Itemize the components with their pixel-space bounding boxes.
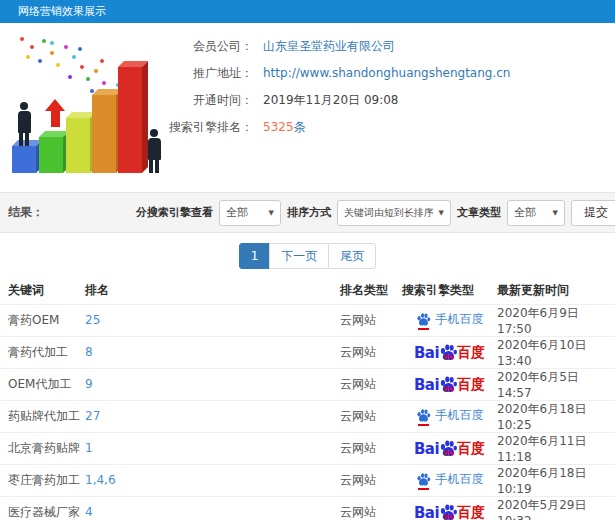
growth-arrow-icon xyxy=(44,99,66,127)
cell-engine: 手机百度 xyxy=(402,464,497,496)
bar-red xyxy=(118,67,142,173)
header-rank-type: 排名类型 xyxy=(340,278,402,304)
article-type-select[interactable]: 全部 ▼ xyxy=(507,200,565,226)
sort-filter-select[interactable]: 关键词由短到长排序 ▼ xyxy=(337,200,451,226)
cell-rank-type: 云网站 xyxy=(340,400,402,432)
cell-engine: 手机百度 xyxy=(402,400,497,432)
cell-keyword: 膏药OEM xyxy=(0,304,85,336)
mobile-baidu-label: 手机百度 xyxy=(436,407,484,424)
table-row: OEM代加工 9 云网站 Bai du 百度 2020年6月5日 14:57 xyxy=(0,368,615,400)
baidu-paw-icon xyxy=(416,408,431,423)
cell-engine: Bai du 百度 xyxy=(402,336,497,368)
cell-time: 2020年6月18日 10:25 xyxy=(497,400,615,432)
open-time-row: 开通时间： 2019年11月20日 09:08 xyxy=(155,90,510,110)
cell-engine: Bai du 百度 xyxy=(402,368,497,400)
company-label: 会员公司： xyxy=(155,38,253,55)
rank-link[interactable]: 9 xyxy=(85,377,93,391)
bar-orange xyxy=(92,95,116,173)
baidu-du: du xyxy=(444,449,454,457)
cell-keyword: 枣庄膏药加工 xyxy=(0,464,85,496)
baidu-name: 百度 xyxy=(457,344,485,362)
baidu-paw-icon: du xyxy=(439,503,458,520)
cell-time: 2020年5月29日 10:32 xyxy=(497,496,615,520)
cell-engine: Bai du 百度 xyxy=(402,432,497,464)
engine-baidu: Bai du 百度 xyxy=(414,343,485,362)
engine-filter-label: 分搜索引擎查看 xyxy=(136,205,213,220)
baidu-name: 百度 xyxy=(457,440,485,458)
baidu-name: 百度 xyxy=(457,504,485,520)
cell-time: 2020年6月5日 14:57 xyxy=(497,368,615,400)
table-row: 膏药代加工 8 云网站 Bai du 百度 2020年6月10日 13:40 xyxy=(0,336,615,368)
cell-time: 2020年6月11日 11:18 xyxy=(497,432,615,464)
header-bar: 网络营销效果展示 xyxy=(0,0,615,23)
page-title: 网络营销效果展示 xyxy=(18,5,106,18)
open-time-label: 开通时间： xyxy=(155,92,253,109)
rank-link[interactable]: 27 xyxy=(85,409,100,423)
next-page-button[interactable]: 下一页 xyxy=(269,243,329,269)
rank-link[interactable]: 1 xyxy=(85,441,93,455)
table-row: 枣庄膏药加工 1,4,6 云网站 手机百度 2020年6月18日 10:19 xyxy=(0,464,615,496)
baidu-name: 百度 xyxy=(457,376,485,394)
cell-time: 2020年6月9日 17:50 xyxy=(497,304,615,336)
baidu-bai: Bai xyxy=(414,344,439,362)
cell-keyword: 医疗器械厂家 xyxy=(0,496,85,520)
baidu-paw-icon: du xyxy=(439,343,458,362)
baidu-du-underline xyxy=(418,328,429,330)
submit-button[interactable]: 提交 xyxy=(571,200,615,226)
cell-keyword: 药贴牌代加工 xyxy=(0,400,85,432)
cell-keyword: 北京膏药贴牌 xyxy=(0,432,85,464)
baidu-bai: Bai xyxy=(414,504,439,520)
header-rank: 排名 xyxy=(85,278,340,304)
table-row: 医疗器械厂家 4 云网站 Bai du 百度 2020年5月29日 10:32 xyxy=(0,496,615,520)
bar-yellow xyxy=(66,118,90,173)
rank-link[interactable]: 25 xyxy=(85,313,100,327)
cell-rank-type: 云网站 xyxy=(340,432,402,464)
chevron-down-icon: ▼ xyxy=(269,209,274,217)
businessman-figure-left xyxy=(16,102,32,146)
chevron-down-icon: ▼ xyxy=(439,209,444,217)
cell-engine: Bai du 百度 xyxy=(402,496,497,520)
rank-link[interactable]: 1,4,6 xyxy=(85,473,116,487)
cell-keyword: 膏药代加工 xyxy=(0,336,85,368)
info-rows: 会员公司： 山东皇圣堂药业有限公司 推广地址： http://www.shand… xyxy=(155,36,510,144)
cell-engine: 手机百度 xyxy=(402,304,497,336)
open-time-value: 2019年11月20日 09:08 xyxy=(263,92,398,109)
baidu-du: du xyxy=(444,385,454,393)
mobile-baidu-label: 手机百度 xyxy=(436,471,484,488)
last-page-button[interactable]: 尾页 xyxy=(328,243,376,269)
url-label: 推广地址： xyxy=(155,65,253,82)
mobile-baidu-label: 手机百度 xyxy=(436,311,484,328)
filter-bar: 结果： 分搜索引擎查看 全部 ▼ 排序方式 关键词由短到长排序 ▼ 文章类型 全… xyxy=(0,192,615,233)
baidu-du-underline xyxy=(418,424,429,426)
engine-rank-label: 搜索引擎排名： xyxy=(155,119,253,136)
sort-filter-label: 排序方式 xyxy=(287,205,331,220)
engine-mobile: 手机百度 xyxy=(416,407,484,424)
cell-time: 2020年6月18日 10:19 xyxy=(497,464,615,496)
cell-rank-type: 云网站 xyxy=(340,336,402,368)
rank-count: 5325 xyxy=(263,120,294,134)
header-engine-type: 搜索引擎类型 xyxy=(402,278,497,304)
cell-rank-type: 云网站 xyxy=(340,496,402,520)
bar-green xyxy=(39,137,63,173)
rank-link[interactable]: 4 xyxy=(85,505,93,519)
baidu-paw-icon xyxy=(416,312,431,327)
baidu-paw-icon: du xyxy=(439,439,458,458)
bar-blue xyxy=(12,146,36,173)
chevron-down-icon: ▼ xyxy=(553,209,558,217)
page-number-current[interactable]: 1 xyxy=(239,243,271,269)
cell-rank-type: 云网站 xyxy=(340,304,402,336)
baidu-bai: Bai xyxy=(414,440,439,458)
pagination: 1 下一页 尾页 xyxy=(0,233,615,278)
table-row: 北京膏药贴牌 1 云网站 Bai du 百度 2020年6月11日 11:18 xyxy=(0,432,615,464)
baidu-du: du xyxy=(444,513,454,520)
promotion-url-link[interactable]: http://www.shandonghuangshengtang.cn xyxy=(263,66,510,80)
company-link[interactable]: 山东皇圣堂药业有限公司 xyxy=(263,38,395,55)
cell-rank-type: 云网站 xyxy=(340,368,402,400)
engine-mobile: 手机百度 xyxy=(416,471,484,488)
url-row: 推广地址： http://www.shandonghuangshengtang.… xyxy=(155,63,510,83)
table-header-row: 关键词 排名 排名类型 搜索引擎类型 最新更新时间 xyxy=(0,278,615,304)
result-label: 结果： xyxy=(8,204,44,221)
info-section: 会员公司： 山东皇圣堂药业有限公司 推广地址： http://www.shand… xyxy=(0,23,615,192)
engine-filter-select[interactable]: 全部 ▼ xyxy=(219,200,281,226)
rank-link[interactable]: 8 xyxy=(85,345,93,359)
